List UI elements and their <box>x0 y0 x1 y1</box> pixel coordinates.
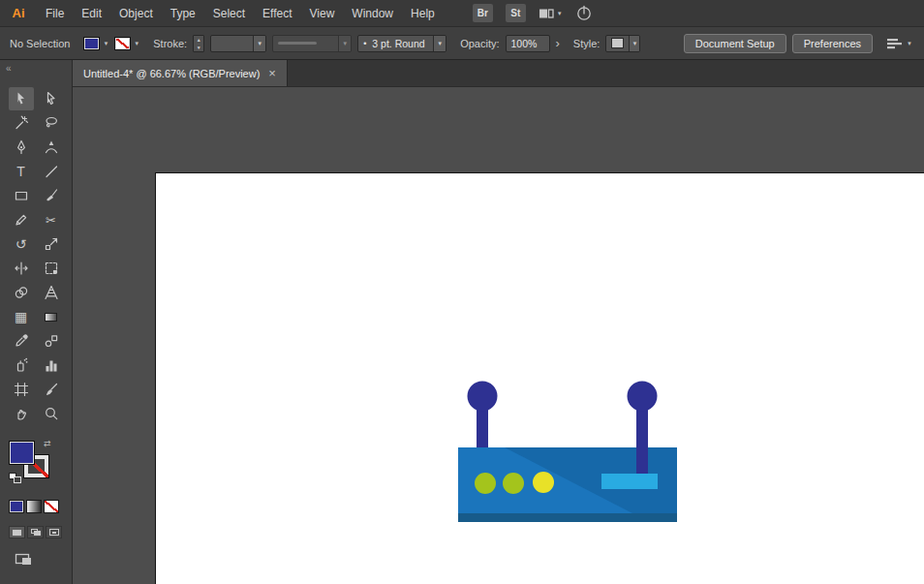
rectangle-tool[interactable] <box>9 184 34 207</box>
default-fill-stroke-icon[interactable] <box>9 473 22 484</box>
document-tab[interactable]: Untitled-4* @ 66.67% (RGB/Preview) × <box>73 60 288 86</box>
stroke-label: Stroke: <box>153 38 187 49</box>
chevron-down-icon[interactable]: ▼ <box>629 36 639 51</box>
blend-tool[interactable] <box>39 329 64 353</box>
tools-panel: « T ✂ ↺ ▦ ⇄ <box>0 60 73 584</box>
color-mode-button[interactable] <box>9 500 24 513</box>
chevron-down-icon[interactable]: ▼ <box>253 36 265 51</box>
canvas-pasteboard[interactable] <box>73 87 924 584</box>
curvature-tool[interactable] <box>39 136 64 159</box>
line-segment-tool[interactable] <box>39 160 64 183</box>
app-logo: Ai <box>0 6 37 20</box>
menu-view[interactable]: View <box>301 0 344 27</box>
stroke-weight-stepper[interactable]: ▲ ▼ <box>193 35 204 52</box>
led-1[interactable] <box>475 473 496 494</box>
fill-swatch[interactable] <box>83 37 100 50</box>
draw-normal-button[interactable] <box>9 526 25 538</box>
chevron-down-icon[interactable]: ▼ <box>557 11 563 16</box>
draw-mode-row <box>9 526 72 538</box>
mesh-tool[interactable]: ▦ <box>9 305 34 328</box>
scale-tool[interactable] <box>39 232 64 256</box>
stroke-weight-select[interactable]: ▼ <box>210 35 266 52</box>
menu-window[interactable]: Window <box>343 0 402 27</box>
shape-builder-tool[interactable] <box>9 281 34 304</box>
align-icon <box>886 37 904 50</box>
chevron-down-icon[interactable]: ▼ <box>103 41 108 46</box>
lasso-tool[interactable] <box>39 111 64 135</box>
antenna-left-cap[interactable] <box>468 382 498 412</box>
stroke-swatch[interactable] <box>114 37 131 50</box>
selection-tool[interactable] <box>9 87 34 110</box>
menu-help[interactable]: Help <box>402 0 444 27</box>
align-control[interactable]: ▼ <box>886 37 912 50</box>
style-select[interactable]: ▼ <box>605 35 640 52</box>
chevron-down-icon: ▼ <box>338 36 351 51</box>
pen-tool[interactable] <box>9 136 34 159</box>
slice-tool[interactable] <box>39 378 64 401</box>
stepper-up-icon[interactable]: ▲ <box>194 36 203 44</box>
free-transform-tool[interactable] <box>39 257 64 280</box>
change-screen-mode-button[interactable] <box>13 551 38 569</box>
zoom-tool[interactable] <box>39 402 64 425</box>
column-graph-tool[interactable] <box>39 353 64 377</box>
stroke-color-control[interactable]: ▼ <box>114 37 139 50</box>
paintbrush-tool[interactable] <box>39 184 64 207</box>
magic-wand-tool[interactable] <box>9 111 34 135</box>
menu-edit[interactable]: Edit <box>73 0 110 27</box>
direct-selection-tool[interactable] <box>39 87 64 110</box>
antenna-right-cap[interactable] <box>628 382 658 412</box>
router-port[interactable] <box>601 474 658 489</box>
collapse-panel-button[interactable]: « <box>0 60 72 76</box>
hand-tool[interactable] <box>9 402 34 425</box>
menu-bar-icons: Br St ▼ <box>473 4 593 22</box>
opacity-value: 100% <box>507 38 549 49</box>
width-tool[interactable] <box>9 257 34 280</box>
eyedropper-tool[interactable] <box>9 329 34 353</box>
touch-workspace-icon[interactable] <box>575 5 593 21</box>
menu-select[interactable]: Select <box>204 0 254 27</box>
rotate-tool[interactable]: ↺ <box>9 232 34 256</box>
router-illustration[interactable] <box>458 381 677 522</box>
gradient-tool[interactable] <box>39 305 64 328</box>
menu-file[interactable]: File <box>37 0 73 27</box>
shaper-tool[interactable] <box>9 208 34 231</box>
chevron-down-icon[interactable]: ▼ <box>433 36 446 51</box>
chevron-down-icon[interactable]: ▼ <box>134 41 139 46</box>
artboard-tool[interactable] <box>9 378 34 401</box>
selection-status: No Selection <box>10 38 70 49</box>
led-2[interactable] <box>503 473 524 494</box>
brush-definition-select[interactable]: • 3 pt. Round ▼ <box>357 35 447 52</box>
draw-behind-button[interactable] <box>27 526 44 538</box>
menu-object[interactable]: Object <box>110 0 162 27</box>
style-swatch <box>611 38 624 48</box>
opacity-label: Opacity: <box>460 38 499 49</box>
artboard[interactable] <box>155 172 924 584</box>
gradient-mode-button[interactable] <box>26 500 42 513</box>
fill-color-control[interactable]: ▼ <box>83 37 108 50</box>
document-setup-button[interactable]: Document Setup <box>684 34 786 53</box>
type-tool[interactable]: T <box>9 160 34 183</box>
preferences-button[interactable]: Preferences <box>792 34 873 53</box>
document-tab-title: Untitled-4* @ 66.67% (RGB/Preview) <box>83 68 260 79</box>
draw-inside-button[interactable] <box>46 526 62 538</box>
stepper-down-icon[interactable]: ▼ <box>194 44 203 51</box>
menu-type[interactable]: Type <box>162 0 204 27</box>
opacity-field[interactable]: 100% <box>506 35 550 52</box>
arrange-documents-control[interactable]: ▼ <box>539 7 563 20</box>
none-mode-button[interactable] <box>44 500 59 513</box>
fill-color-swatch[interactable] <box>9 441 35 465</box>
menu-effect[interactable]: Effect <box>254 0 300 27</box>
tool-grid: T ✂ ↺ ▦ <box>0 87 72 425</box>
swap-fill-stroke-icon[interactable]: ⇄ <box>44 439 51 448</box>
scissors-tool[interactable]: ✂ <box>39 208 64 231</box>
opacity-panel-arrow-icon[interactable]: › <box>556 37 560 49</box>
router-base[interactable] <box>458 513 677 522</box>
symbol-sprayer-tool[interactable] <box>9 353 34 377</box>
stock-button[interactable]: St <box>506 4 526 22</box>
arrange-documents-icon <box>539 7 554 20</box>
led-3[interactable] <box>533 472 554 493</box>
bridge-button[interactable]: Br <box>473 4 493 22</box>
close-icon[interactable]: × <box>268 67 276 79</box>
perspective-grid-tool[interactable] <box>39 281 64 304</box>
chevron-down-icon[interactable]: ▼ <box>907 41 912 46</box>
